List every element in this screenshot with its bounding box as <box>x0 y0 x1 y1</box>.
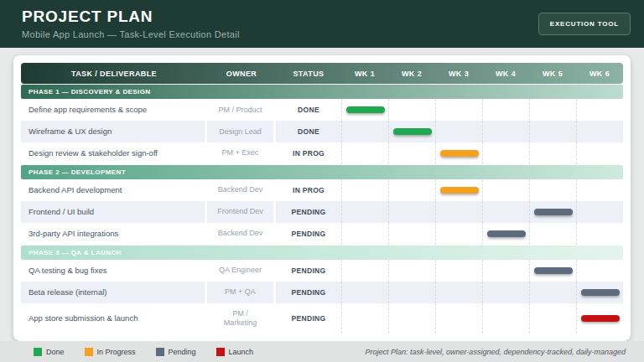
week-cell-4 <box>482 121 529 142</box>
week-cell-1 <box>341 121 388 142</box>
column-header-task-deliverable: TASK / DELIVERABLE <box>21 63 207 84</box>
legend-label: Done <box>46 348 65 356</box>
week-cell-1 <box>341 179 388 201</box>
week-cell-1 <box>341 142 388 164</box>
task-owner: QA Engineer <box>207 260 276 282</box>
legend-label: Launch <box>229 348 254 356</box>
footer-bar: DoneIn ProgressPendingLaunch Project Pla… <box>0 341 644 362</box>
gantt-bar-launch <box>581 315 620 322</box>
week-cell-4 <box>482 260 529 282</box>
legend-label: In Progress <box>97 348 136 356</box>
week-cell-5 <box>529 223 576 245</box>
week-cell-5 <box>529 179 576 201</box>
table-body: PHASE 1 — DISCOVERY & DESIGNDefine app r… <box>21 84 623 334</box>
week-cell-2 <box>388 121 435 142</box>
column-header-wk-5: WK 5 <box>529 63 576 84</box>
week-cell-1 <box>341 99 388 121</box>
task-name: QA testing & bug fixes <box>21 260 207 282</box>
task-status: PENDING <box>276 201 341 223</box>
top-header: PROJECT PLAN Mobile App Launch — Task-Le… <box>0 0 644 48</box>
week-cell-6 <box>576 99 623 121</box>
week-cell-4 <box>482 223 529 245</box>
task-row: Wireframe & UX designDesign LeadDONE <box>21 121 623 142</box>
task-status: DONE <box>276 99 341 121</box>
task-status: PENDING <box>276 303 341 334</box>
week-cell-3 <box>435 223 482 245</box>
week-cell-6 <box>576 282 623 303</box>
legend-item-launch: Launch <box>216 348 254 356</box>
task-owner: Frontend Dev <box>207 201 276 223</box>
column-header-wk-1: WK 1 <box>341 63 388 84</box>
column-header-owner: OWNER <box>207 63 276 84</box>
task-owner: Design Lead <box>207 121 276 142</box>
task-owner: Backend Dev <box>207 179 276 201</box>
week-cell-6 <box>576 223 623 245</box>
week-cell-2 <box>388 99 435 121</box>
week-cell-6 <box>576 303 623 334</box>
gantt-bar-pending <box>534 209 573 215</box>
task-owner: Backend Dev <box>207 223 276 245</box>
task-row: Backend API developmentBackend DevIN PRO… <box>21 179 623 201</box>
task-row: 3rd-party API integrationsBackend DevPEN… <box>21 223 623 245</box>
task-name: Backend API development <box>21 179 207 201</box>
week-cell-5 <box>529 142 576 164</box>
week-cell-2 <box>388 179 435 201</box>
week-cell-5 <box>529 121 576 142</box>
task-owner: PM + Exec <box>207 142 276 164</box>
gantt-bar-in_progress <box>440 150 479 157</box>
week-cell-5 <box>529 260 576 282</box>
week-cell-5 <box>529 282 576 303</box>
task-row: Frontend / UI buildFrontend DevPENDING <box>21 201 623 223</box>
week-cell-2 <box>388 201 435 223</box>
week-cell-3 <box>435 303 482 334</box>
week-cell-2 <box>388 142 435 164</box>
week-cell-2 <box>388 260 435 282</box>
week-cell-5 <box>529 303 576 334</box>
task-name: 3rd-party API integrations <box>21 223 207 245</box>
task-status: PENDING <box>276 260 341 282</box>
task-row: Design review & stakeholder sign-offPM +… <box>21 142 623 164</box>
week-cell-3 <box>435 260 482 282</box>
week-cell-5 <box>529 99 576 121</box>
page-title: PROJECT PLAN <box>22 8 153 26</box>
task-name: Beta release (internal) <box>21 282 207 303</box>
week-cell-1 <box>341 282 388 303</box>
task-name: Design review & stakeholder sign-off <box>21 142 207 164</box>
legend-item-done: Done <box>34 348 65 356</box>
task-status: PENDING <box>276 282 341 303</box>
phase-header-3: PHASE 3 — QA & LAUNCH <box>21 246 623 260</box>
column-header-wk-4: WK 4 <box>482 63 529 84</box>
task-row: Beta release (internal)PM + QAPENDING <box>21 282 623 303</box>
task-name: Wireframe & UX design <box>21 121 207 142</box>
week-cell-4 <box>482 201 529 223</box>
column-header-wk-2: WK 2 <box>388 63 435 84</box>
week-cell-1 <box>341 260 388 282</box>
task-row: App store submission & launchPM / Market… <box>21 303 623 334</box>
task-owner: PM / Product <box>207 99 276 121</box>
column-header-wk-3: WK 3 <box>435 63 482 84</box>
week-cell-6 <box>576 201 623 223</box>
week-cell-5 <box>529 201 576 223</box>
task-status: DONE <box>276 121 341 142</box>
week-cell-6 <box>576 142 623 164</box>
week-cell-4 <box>482 282 529 303</box>
legend-swatch-launch <box>216 348 225 356</box>
week-cell-6 <box>576 121 623 142</box>
legend-swatch-done <box>34 348 42 356</box>
legend-swatch-in_progress <box>85 348 93 356</box>
week-cell-4 <box>482 303 529 334</box>
week-cell-3 <box>435 99 482 121</box>
week-cell-3 <box>435 179 482 201</box>
legend-item-in_progress: In Progress <box>85 348 136 356</box>
column-header-status: STATUS <box>276 63 341 84</box>
task-status: IN PROG <box>276 179 341 201</box>
gantt-bar-pending <box>487 230 526 237</box>
execution-tool-button[interactable]: EXECUTION TOOL <box>538 13 631 35</box>
task-status: PENDING <box>276 223 341 245</box>
week-cell-2 <box>388 282 435 303</box>
task-name: App store submission & launch <box>21 303 207 334</box>
task-row: Define app requirements & scopePM / Prod… <box>21 99 623 121</box>
legend: DoneIn ProgressPendingLaunch <box>34 348 253 356</box>
legend-swatch-pending <box>156 348 164 356</box>
gantt-bar-done <box>346 106 385 113</box>
